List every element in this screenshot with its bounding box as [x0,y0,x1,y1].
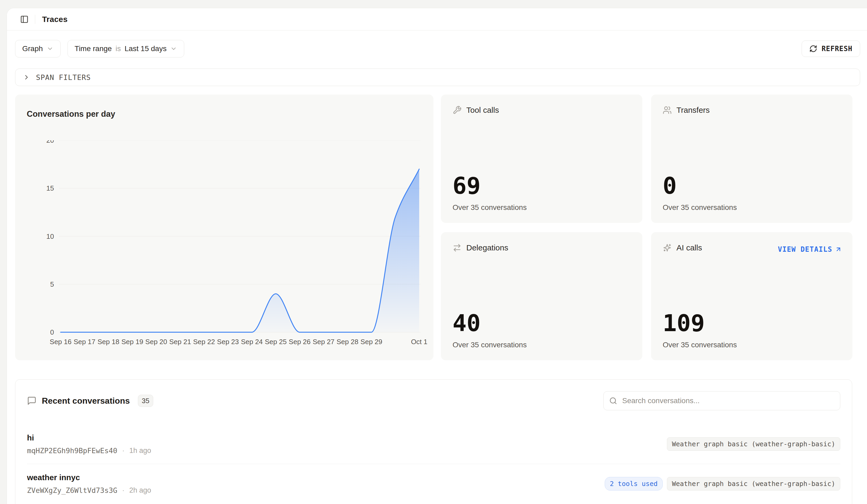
stat-head: Delegations [452,243,631,252]
conversation-id: mqHZP2EGh9h9BpFEwEs40 [27,447,117,455]
svg-text:10: 10 [46,233,54,240]
stat-subtext: Over 35 conversations [663,203,841,212]
svg-text:Sep 29: Sep 29 [361,338,382,346]
chevron-down-icon [46,45,53,52]
stat-label: Delegations [466,243,508,252]
svg-text:Sep 26: Sep 26 [289,338,310,346]
svg-text:5: 5 [50,280,54,288]
chat-bubble-icon [27,396,36,406]
stat-card-transfers: Transfers 0 Over 35 conversations [651,95,853,223]
stat-card-delegations: Delegations 40 Over 35 conversations [441,232,642,361]
span-filters-expander[interactable]: SPAN FILTERS [15,68,860,86]
conversation-main: hi mqHZP2EGh9h9BpFEwEs40 · 1h ago [27,433,151,455]
view-select-label: Graph [22,44,43,53]
svg-text:Sep 22: Sep 22 [193,338,215,346]
conversations-chart-card: Conversations per day 05101520Sep 16Sep … [15,95,434,360]
refresh-label: REFRESH [822,45,853,53]
search-conversations-input[interactable] [603,391,840,410]
time-range-value: Last 15 days [125,44,167,53]
conversation-time: 1h ago [129,447,151,455]
time-range-operator: is [115,44,121,53]
stat-value: 0 [663,174,841,197]
tools-used-badge: 2 tools used [605,477,663,491]
users-icon [663,106,672,115]
chevron-down-icon [170,45,177,52]
conversation-badges: Weather graph basic (weather-graph-basic… [667,437,840,451]
agent-badge: Weather graph basic (weather-graph-basic… [667,437,840,451]
conversation-badges: 2 tools used Weather graph basic (weathe… [605,477,840,491]
stat-subtext: Over 35 conversations [663,341,841,349]
recent-conversations-header: Recent conversations 35 [27,391,840,410]
svg-text:Sep 17: Sep 17 [74,338,95,346]
search-wrap [603,391,840,410]
svg-text:Sep 23: Sep 23 [217,338,239,346]
svg-text:Sep 18: Sep 18 [97,338,119,346]
conversation-list: hi mqHZP2EGh9h9BpFEwEs40 · 1h ago Weathe… [27,424,840,503]
recent-conversations-card: Recent conversations 35 hi mqHZP2EGh9h9B… [15,379,852,504]
sidebar-toggle-button[interactable] [19,13,30,25]
recent-conversations-title: Recent conversations [42,396,130,406]
span-filters-label: SPAN FILTERS [36,73,91,82]
chevron-right-icon [23,74,30,81]
stat-head: Transfers [663,106,841,115]
svg-text:Sep 19: Sep 19 [121,338,143,346]
stat-value: 40 [452,312,631,335]
page-title: Traces [42,15,67,24]
conversation-count-badge: 35 [138,395,153,407]
view-details-label: VIEW DETAILS [778,245,832,253]
search-icon [609,397,617,405]
conversations-chart: 05101520Sep 16Sep 17Sep 18Sep 19Sep 20Se… [15,140,434,352]
traces-page: Traces Graph Time range is Last 15 days [7,8,867,504]
time-range-field: Time range [75,44,112,53]
conversation-meta: ZVeWXgZy_Z6WltVd73s3G · 2h ago [27,486,151,494]
stat-subtext: Over 35 conversations [452,203,631,212]
conversation-row[interactable]: weather innyc ZVeWXgZy_Z6WltVd73s3G · 2h… [27,464,840,503]
svg-text:Sep 25: Sep 25 [265,338,287,346]
swap-arrows-icon [452,243,462,252]
stat-subtext: Over 35 conversations [452,341,631,349]
svg-text:Sep 28: Sep 28 [336,338,358,346]
svg-text:Sep 20: Sep 20 [145,338,167,346]
svg-text:20: 20 [46,140,54,144]
stats-grid: Tool calls 69 Over 35 conversations Tran… [441,95,853,360]
conversation-meta: mqHZP2EGh9h9BpFEwEs40 · 1h ago [27,447,151,455]
wrench-icon [452,106,462,115]
stat-value: 69 [452,174,631,197]
conversation-title: hi [27,433,151,442]
svg-text:Oct 1: Oct 1 [411,338,427,346]
svg-text:Sep 16: Sep 16 [50,338,72,346]
conversation-id: ZVeWXgZy_Z6WltVd73s3G [27,486,117,494]
svg-text:15: 15 [46,184,54,192]
time-range-filter[interactable]: Time range is Last 15 days [67,40,184,57]
stat-label: Tool calls [466,106,499,115]
svg-text:0: 0 [50,328,54,336]
meta-separator: · [122,447,125,455]
stat-label: AI calls [676,243,702,252]
chart-title: Conversations per day [27,109,115,119]
arrow-up-right-icon [835,246,842,253]
toolbar: Graph Time range is Last 15 days REFRESH [15,40,860,57]
panel-left-icon [20,15,29,23]
recent-title-wrap: Recent conversations 35 [27,395,153,407]
stat-card-tool-calls: Tool calls 69 Over 35 conversations [441,95,642,223]
stat-card-ai-calls: AI calls VIEW DETAILS 109 Over 35 conver… [651,232,853,361]
conversation-row[interactable]: hi mqHZP2EGh9h9BpFEwEs40 · 1h ago Weathe… [27,424,840,464]
stat-label: Transfers [676,106,710,115]
screen: Traces Graph Time range is Last 15 days [0,0,867,504]
view-select[interactable]: Graph [15,40,61,57]
stat-value: 109 [663,312,841,335]
svg-text:Sep 27: Sep 27 [312,338,334,346]
conversation-main: weather innyc ZVeWXgZy_Z6WltVd73s3G · 2h… [27,473,151,494]
refresh-button[interactable]: REFRESH [802,41,860,57]
meta-separator: · [122,486,125,494]
agent-badge: Weather graph basic (weather-graph-basic… [667,477,840,491]
view-details-link[interactable]: VIEW DETAILS [778,245,842,253]
refresh-icon [809,45,817,53]
stat-head: Tool calls [452,106,631,115]
conversation-time: 2h ago [129,486,151,494]
top-bar: Traces [7,8,867,30]
sparkles-icon [663,243,672,252]
svg-text:Sep 24: Sep 24 [241,338,263,346]
conversation-title: weather innyc [27,473,151,482]
svg-text:Sep 21: Sep 21 [169,338,191,346]
